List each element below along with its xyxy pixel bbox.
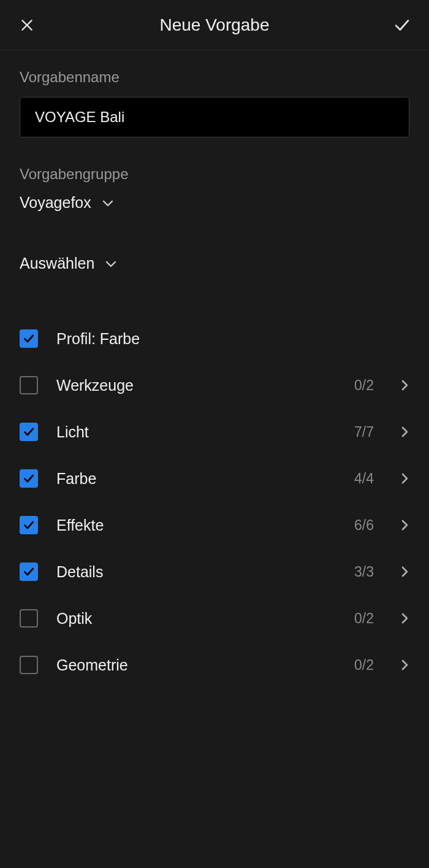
chevron-right-icon[interactable] — [401, 472, 409, 485]
chevron-right-icon[interactable] — [401, 378, 409, 392]
option-count: 0/2 — [354, 610, 374, 627]
chevron-right-icon[interactable] — [401, 518, 409, 532]
option-checkbox[interactable] — [20, 563, 38, 581]
content: Vorgabenname Vorgabengruppe Voyagefox Au… — [0, 50, 429, 688]
preset-group-value: Voyagefox — [20, 194, 91, 212]
option-label: Geometrie — [56, 656, 336, 674]
options-list: Profil: FarbeWerkzeuge0/2Licht7/7Farbe4/… — [20, 315, 409, 688]
close-icon — [19, 17, 35, 33]
option-count: 0/2 — [354, 657, 374, 674]
chevron-down-icon — [102, 198, 113, 209]
option-label: Licht — [56, 423, 336, 441]
option-row: Werkzeuge0/2 — [20, 362, 409, 409]
option-row: Licht7/7 — [20, 409, 409, 455]
checkmark-icon — [23, 332, 35, 345]
option-label: Farbe — [56, 470, 336, 488]
option-row: Effekte6/6 — [20, 502, 409, 548]
preset-name-input[interactable] — [20, 97, 409, 137]
checkmark-icon — [23, 566, 35, 578]
option-row: Geometrie0/2 — [20, 642, 409, 688]
option-label: Optik — [56, 610, 336, 628]
option-count: 0/2 — [354, 377, 374, 394]
chevron-right-icon[interactable] — [401, 658, 409, 672]
chevron-right-icon[interactable] — [401, 425, 409, 439]
checkmark-icon — [23, 519, 35, 531]
option-checkbox[interactable] — [20, 423, 38, 441]
preset-name-label: Vorgabenname — [20, 69, 409, 86]
option-label: Effekte — [56, 517, 336, 534]
option-row: Details3/3 — [20, 548, 409, 595]
option-row: Profil: Farbe — [20, 315, 409, 362]
preset-name-section: Vorgabenname — [20, 69, 409, 137]
preset-group-label: Vorgabengruppe — [20, 166, 409, 183]
option-row: Optik0/2 — [20, 595, 409, 642]
chevron-down-icon — [105, 258, 116, 269]
option-count: 7/7 — [354, 424, 374, 440]
select-section: Auswählen — [20, 255, 409, 272]
option-count: 6/6 — [354, 517, 374, 534]
option-checkbox[interactable] — [20, 516, 38, 534]
option-label: Werkzeuge — [56, 377, 336, 394]
option-label: Profil: Farbe — [56, 330, 409, 348]
option-checkbox[interactable] — [20, 469, 38, 488]
header: Neue Vorgabe — [0, 0, 429, 50]
option-checkbox[interactable] — [20, 656, 38, 674]
option-row: Farbe4/4 — [20, 455, 409, 502]
option-label: Details — [56, 563, 336, 581]
select-dropdown[interactable]: Auswählen — [20, 255, 409, 272]
option-checkbox[interactable] — [20, 609, 38, 628]
chevron-right-icon[interactable] — [401, 565, 409, 578]
option-checkbox[interactable] — [20, 329, 38, 348]
checkmark-icon — [23, 472, 35, 485]
close-button[interactable] — [17, 15, 37, 35]
confirm-button[interactable] — [392, 15, 412, 35]
option-count: 3/3 — [354, 564, 374, 580]
checkmark-icon — [393, 16, 411, 34]
preset-group-section: Vorgabengruppe Voyagefox — [20, 166, 409, 212]
page-title: Neue Vorgabe — [159, 15, 269, 35]
checkmark-icon — [23, 426, 35, 438]
preset-group-dropdown[interactable]: Voyagefox — [20, 194, 409, 212]
option-count: 4/4 — [354, 470, 374, 487]
chevron-right-icon[interactable] — [401, 612, 409, 625]
select-label: Auswählen — [20, 255, 94, 272]
option-checkbox[interactable] — [20, 376, 38, 394]
